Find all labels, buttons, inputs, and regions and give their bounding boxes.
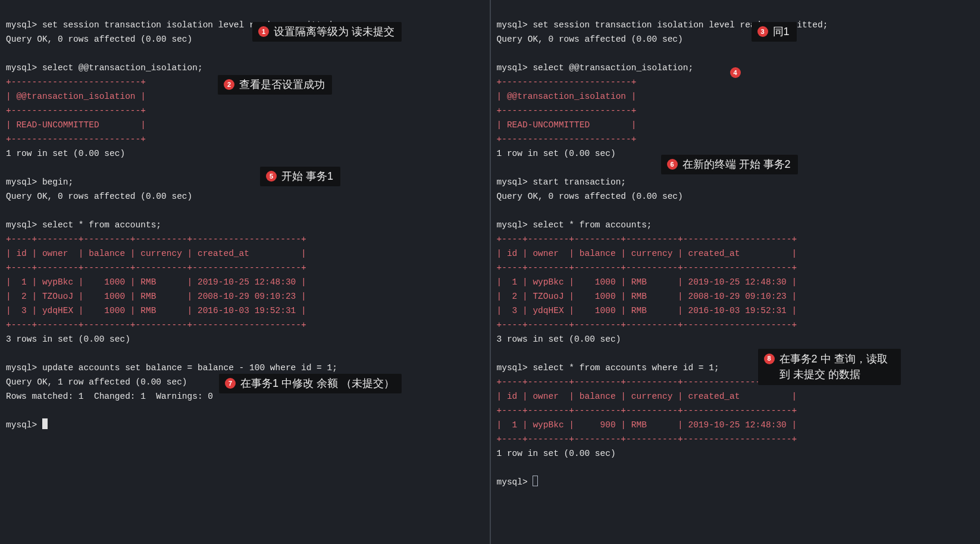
annotation-text: 在事务1 中修改 余额 （未提交） bbox=[240, 376, 394, 390]
output-line: Rows matched: 1 Changed: 1 Warnings: 0 bbox=[6, 392, 213, 401]
badge-icon: 8 bbox=[764, 354, 775, 364]
cmd-select-isolation: select @@transaction_isolation; bbox=[42, 63, 203, 73]
prompt: mysql> bbox=[6, 420, 42, 430]
output-line: 3 rows in set (0.00 sec) bbox=[6, 334, 130, 344]
table-border: +----+--------+---------+----------+----… bbox=[497, 377, 797, 387]
badge-icon: 1 bbox=[258, 26, 269, 37]
annotation-4: 4 bbox=[730, 67, 741, 78]
cmd-begin: begin; bbox=[42, 177, 73, 187]
annotation-7: 7 在事务1 中修改 余额 （未提交） bbox=[219, 374, 402, 393]
cmd-select-accounts: select * from accounts; bbox=[42, 220, 161, 230]
cmd-start-transaction: start transaction; bbox=[533, 177, 626, 187]
table-border: +-------------------------+ bbox=[497, 77, 637, 87]
cmd-update: update accounts set balance = balance - … bbox=[42, 363, 337, 373]
prompt: mysql> bbox=[6, 220, 42, 230]
prompt: mysql> bbox=[6, 63, 42, 73]
prompt: mysql> bbox=[497, 220, 533, 230]
annotation-text: 在新的终端 开始 事务2 bbox=[682, 157, 791, 171]
table-row: | 2 | TZOuoJ | 1000 | RMB | 2008-10-29 0… bbox=[497, 292, 797, 301]
prompt: mysql> bbox=[6, 20, 42, 30]
annotation-text: 同1 bbox=[773, 24, 790, 39]
prompt: mysql> bbox=[497, 20, 533, 30]
table-row: | 3 | ydqHEX | 1000 | RMB | 2016-10-03 1… bbox=[497, 306, 797, 315]
cmd-select-where: select * from accounts where id = 1; bbox=[533, 363, 719, 373]
table-row: | 2 | TZOuoJ | 1000 | RMB | 2008-10-29 0… bbox=[6, 292, 306, 301]
table-row: | 3 | ydqHEX | 1000 | RMB | 2016-10-03 1… bbox=[6, 306, 306, 315]
output-line: Query OK, 0 rows affected (0.00 sec) bbox=[497, 35, 683, 44]
badge-icon: 7 bbox=[225, 378, 236, 389]
table-border: +-------------------------+ bbox=[497, 135, 637, 144]
badge-icon: 2 bbox=[224, 79, 234, 90]
table-border: +-------------------------+ bbox=[6, 106, 146, 115]
output-line: 3 rows in set (0.00 sec) bbox=[497, 334, 621, 344]
annotation-5: 5 开始 事务1 bbox=[260, 167, 340, 186]
output-line: Query OK, 1 row affected (0.00 sec) bbox=[6, 377, 187, 387]
table-header: | @@transaction_isolation | bbox=[6, 92, 146, 101]
annotation-1: 1 设置隔离等级为 读未提交 bbox=[252, 22, 402, 42]
prompt: mysql> bbox=[497, 477, 533, 487]
table-border: +----+--------+---------+----------+----… bbox=[497, 406, 797, 415]
prompt: mysql> bbox=[6, 177, 42, 187]
table-header: | id | owner | balance | currency | crea… bbox=[497, 392, 797, 401]
prompt: mysql> bbox=[497, 177, 533, 187]
table-border: +----+--------+---------+----------+----… bbox=[497, 263, 797, 273]
prompt: mysql> bbox=[6, 363, 42, 373]
annotation-8: 8 在事务2 中 查询，读取到 未提交 的数据 bbox=[758, 349, 901, 385]
badge-icon: 5 bbox=[266, 171, 277, 182]
prompt: mysql> bbox=[497, 363, 533, 373]
table-border: +-------------------------+ bbox=[6, 77, 146, 87]
output-line: Query OK, 0 rows affected (0.00 sec) bbox=[6, 192, 192, 201]
table-header: | @@transaction_isolation | bbox=[497, 92, 637, 101]
left-terminal[interactable]: mysql> set session transaction isolation… bbox=[0, 0, 490, 544]
terminal-split: mysql> set session transaction isolation… bbox=[0, 0, 980, 544]
cursor bbox=[42, 418, 48, 429]
annotation-6: 6 在新的终端 开始 事务2 bbox=[661, 155, 798, 174]
annotation-text: 开始 事务1 bbox=[281, 169, 333, 183]
annotation-text: 在事务2 中 查询，读取到 未提交 的数据 bbox=[779, 351, 894, 382]
cmd-select-accounts: select * from accounts; bbox=[533, 220, 652, 230]
annotation-2: 2 查看是否设置成功 bbox=[218, 75, 332, 95]
table-row: | READ-UNCOMMITTED | bbox=[6, 120, 146, 130]
annotation-text: 查看是否设置成功 bbox=[239, 77, 325, 92]
table-border: +----+--------+---------+----------+----… bbox=[497, 320, 797, 330]
badge-icon: 6 bbox=[667, 159, 678, 170]
table-row: | 1 | wypBkc | 900 | RMB | 2019-10-25 12… bbox=[497, 420, 797, 430]
right-terminal[interactable]: mysql> set session transaction isolation… bbox=[491, 0, 981, 544]
table-border: +----+--------+---------+----------+----… bbox=[6, 263, 306, 273]
table-row: | 1 | wypBkc | 1000 | RMB | 2019-10-25 1… bbox=[497, 277, 797, 287]
table-border: +-------------------------+ bbox=[6, 135, 146, 144]
table-row: | 1 | wypBkc | 1000 | RMB | 2019-10-25 1… bbox=[6, 277, 306, 287]
table-border: +----+--------+---------+----------+----… bbox=[497, 434, 797, 444]
cmd-select-isolation: select @@transaction_isolation; bbox=[533, 63, 693, 73]
annotation-text: 设置隔离等级为 读未提交 bbox=[274, 24, 394, 39]
output-line: 1 row in set (0.00 sec) bbox=[497, 149, 616, 158]
table-border: +----+--------+---------+----------+----… bbox=[6, 320, 306, 330]
table-border: +-------------------------+ bbox=[497, 106, 637, 115]
table-header: | id | owner | balance | currency | crea… bbox=[6, 249, 306, 258]
annotation-3: 3 同1 bbox=[752, 22, 797, 42]
table-border: +----+--------+---------+----------+----… bbox=[6, 235, 306, 244]
output-line: 1 row in set (0.00 sec) bbox=[6, 149, 125, 158]
prompt: mysql> bbox=[497, 63, 533, 73]
table-header: | id | owner | balance | currency | crea… bbox=[497, 249, 797, 258]
cursor bbox=[533, 476, 538, 486]
output-line: Query OK, 0 rows affected (0.00 sec) bbox=[497, 192, 683, 201]
table-border: +----+--------+---------+----------+----… bbox=[497, 235, 797, 244]
badge-icon: 3 bbox=[757, 26, 768, 37]
output-line: 1 row in set (0.00 sec) bbox=[497, 449, 616, 458]
output-line: Query OK, 0 rows affected (0.00 sec) bbox=[6, 35, 192, 44]
table-row: | READ-UNCOMMITTED | bbox=[497, 120, 637, 130]
